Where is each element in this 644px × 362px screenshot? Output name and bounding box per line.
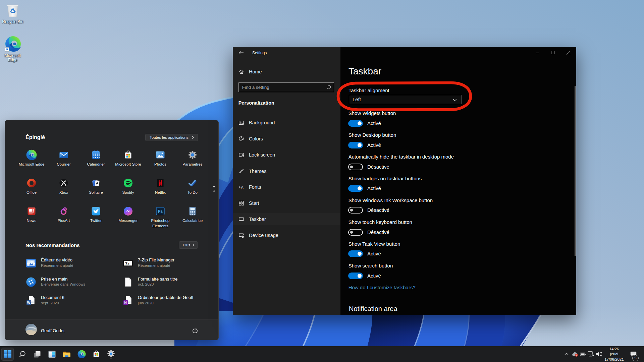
svg-text:A: A (239, 186, 241, 189)
svg-text:N: N (124, 301, 127, 304)
svg-text:Ps: Ps (158, 209, 163, 214)
svg-text:7z: 7z (125, 261, 129, 266)
svg-text:W: W (27, 301, 31, 304)
svg-text:A: A (241, 185, 244, 190)
